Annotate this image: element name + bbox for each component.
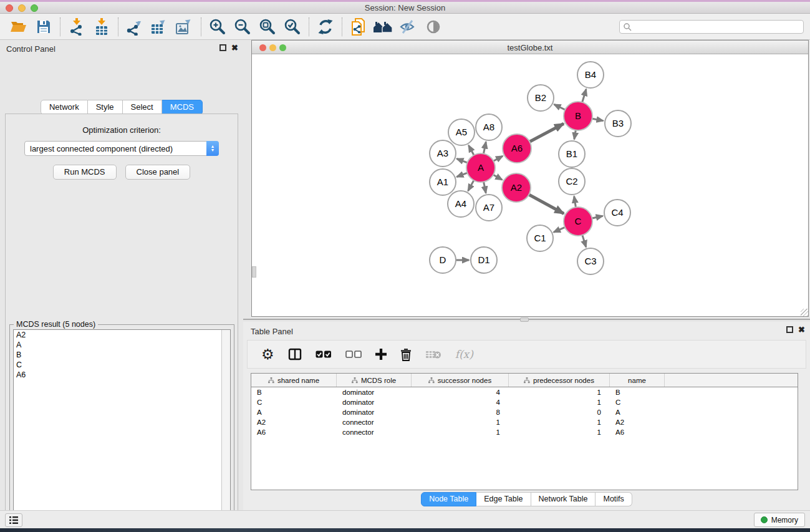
graph-node-C4[interactable]: C4 [604,200,630,226]
node-table[interactable]: shared nameMCDS rolesuccessor nodesprede… [251,373,798,490]
column-header[interactable]: successor nodes [412,374,509,387]
graph-node-D1[interactable]: D1 [471,247,497,273]
graph-node-A8[interactable]: A8 [476,114,502,140]
graph-node-C2[interactable]: C2 [559,168,585,195]
table-cell[interactable]: 8 [412,409,509,416]
result-item[interactable]: A6 [14,370,230,380]
graph-node-A3[interactable]: A3 [430,140,456,167]
delete-column-button[interactable] [400,344,412,364]
table-cell[interactable]: dominator [337,409,412,416]
column-header[interactable]: name [610,374,665,387]
table-cell[interactable]: A6 [610,428,665,436]
splitter-grip-icon[interactable] [520,317,529,322]
duplicate-network-button[interactable] [346,16,371,37]
import-network-button[interactable] [64,16,89,37]
zoom-fit-button[interactable] [255,16,280,37]
table-cell[interactable]: connector [337,428,412,436]
graph-node-C[interactable]: C [564,207,592,236]
table-cell[interactable]: A2 [610,418,665,426]
open-file-button[interactable] [6,16,31,37]
show-hide-button[interactable] [396,16,421,37]
graph-node-A4[interactable]: A4 [448,191,474,217]
horizontal-splitter[interactable] [243,317,810,322]
tab-select[interactable]: Select [123,100,162,115]
column-header[interactable]: shared name [251,374,337,387]
first-neighbors-button[interactable] [371,16,396,37]
graph-node-A5[interactable]: A5 [448,119,475,145]
table-cell[interactable]: A6 [251,428,337,436]
graph-node-A2[interactable]: A2 [502,173,531,202]
column-header[interactable]: MCDS role [337,374,412,387]
result-item[interactable]: C [14,360,230,370]
export-image-button[interactable] [172,16,197,37]
export-network-button[interactable] [122,16,147,37]
column-header[interactable]: predecessor nodes [509,374,610,387]
graph-node-D[interactable]: D [430,247,456,273]
tab-network[interactable]: Network [41,100,88,115]
table-cell[interactable]: dominator [337,399,412,406]
close-panel-icon[interactable]: ✖ [231,44,238,51]
refresh-layout-button[interactable] [313,16,338,37]
table-cell[interactable]: 4 [412,389,509,396]
mcds-result-list[interactable]: A2ABCA6 [13,329,231,532]
preview-eye-button[interactable] [421,16,446,37]
graph-node-A[interactable]: A [466,153,495,182]
table-cell[interactable]: C [251,399,337,406]
function-builder-button[interactable]: f(x) [455,344,473,364]
zoom-selected-button[interactable] [280,16,305,37]
window-resize-grip[interactable] [801,309,808,316]
table-cell[interactable]: 4 [412,399,509,406]
tab-motifs[interactable]: Motifs [595,492,632,506]
delete-table-button[interactable] [425,344,441,364]
result-item[interactable]: A [14,340,230,350]
tab-network-table[interactable]: Network Table [531,492,596,506]
deselect-all-columns-button[interactable] [345,344,362,364]
graph-node-A6[interactable]: A6 [503,134,531,163]
float-panel-icon[interactable] [219,44,226,51]
zoom-in-button[interactable] [205,16,230,37]
search-input[interactable] [632,21,803,32]
table-cell[interactable]: 1 [412,428,509,436]
tab-edge-table[interactable]: Edge Table [476,492,531,506]
export-table-button[interactable] [147,16,172,37]
graph-node-B1[interactable]: B1 [559,141,585,167]
table-cell[interactable]: 1 [509,418,610,426]
graph-node-B2[interactable]: B2 [528,85,554,111]
table-cell[interactable]: A2 [251,418,337,426]
table-cell[interactable]: A [251,409,337,416]
table-cell[interactable]: connector [337,418,412,426]
tab-mcds[interactable]: MCDS [162,100,203,115]
table-cell[interactable]: B [251,389,337,396]
table-cell[interactable]: 1 [509,428,610,436]
table-row[interactable]: A2connector11A2 [251,417,798,427]
graph-node-C1[interactable]: C1 [527,225,553,251]
graph-node-A7[interactable]: A7 [476,195,502,221]
graph-node-B3[interactable]: B3 [605,110,631,137]
network-canvas[interactable]: B4B2BB3A8A5A6A3B1AC2A1A2A4A7C4CC1C3DD1 [252,54,808,316]
result-list-scrollbar[interactable] [221,330,230,532]
memory-button[interactable]: Memory [754,513,805,527]
optimization-criterion-select[interactable]: largest connected component (directed) ▲… [24,141,219,156]
table-row[interactable]: Adominator80A [251,407,798,417]
search-field[interactable] [619,20,804,34]
table-cell[interactable]: 1 [412,418,509,426]
table-cell[interactable]: 1 [509,389,610,396]
zoom-out-button[interactable] [230,16,255,37]
tab-node-table[interactable]: Node Table [421,492,476,506]
table-row[interactable]: A6connector11A6 [251,427,798,437]
table-cell[interactable]: dominator [337,389,412,396]
canvas-scroll-nub[interactable] [252,266,256,278]
save-session-button[interactable] [31,16,56,37]
close-panel-icon[interactable]: ✖ [798,326,805,333]
network-window-titlebar[interactable]: testGlobe.txt [252,41,808,54]
network-graph[interactable]: B4B2BB3A8A5A6A3B1AC2A1A2A4A7C4CC1C3DD1 [252,54,808,316]
table-settings-button[interactable]: ⚙ [261,344,274,364]
result-item[interactable]: B [14,350,230,360]
table-cell[interactable]: B [610,389,665,396]
tab-style[interactable]: Style [88,100,123,115]
graph-node-B[interactable]: B [564,102,592,130]
graph-node-B4[interactable]: B4 [577,62,604,88]
create-column-button[interactable] [375,344,387,364]
result-item[interactable]: A2 [14,330,230,340]
show-columns-button[interactable] [288,344,302,364]
